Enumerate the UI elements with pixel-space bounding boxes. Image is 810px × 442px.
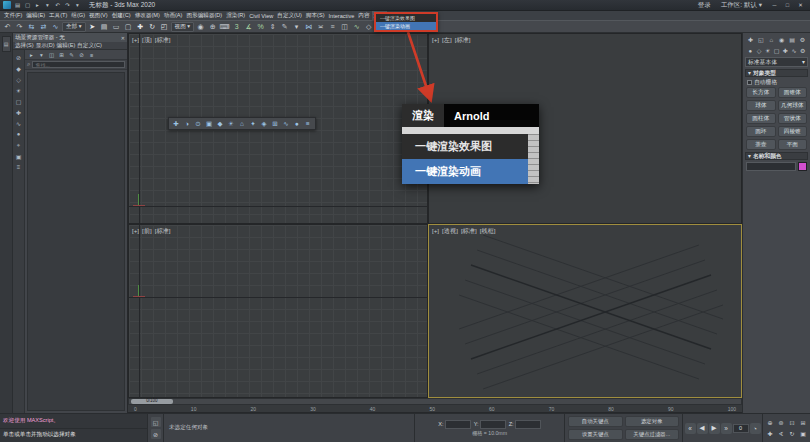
motion-tab-icon[interactable]: ◉: [777, 35, 786, 44]
viewport-label[interactable]: [标准]: [155, 36, 171, 45]
floating-tool-icon[interactable]: ●: [292, 119, 302, 129]
open-file-icon[interactable]: ▸: [33, 1, 42, 10]
floating-tool-icon[interactable]: ◑: [182, 119, 192, 129]
time-slider-track[interactable]: 0/100: [128, 398, 742, 405]
display-bones-icon[interactable]: ⌖: [14, 140, 24, 150]
display-spacewarps-icon[interactable]: ∿: [14, 118, 24, 128]
menu-item[interactable]: 图形编辑器(D): [184, 11, 224, 20]
time-slider-handle[interactable]: 0/100: [131, 399, 173, 404]
time-configuration-icon[interactable]: ◔: [750, 423, 761, 434]
lights-category-icon[interactable]: ☀: [763, 46, 772, 55]
current-frame-input[interactable]: [733, 424, 749, 433]
floating-tool-icon[interactable]: ⊞: [270, 119, 280, 129]
display-helpers-icon[interactable]: ✚: [14, 107, 24, 117]
floating-tool-icon[interactable]: ☀: [226, 119, 236, 129]
isolate-selection-toggle[interactable]: ◱: [151, 417, 161, 427]
set-key-button[interactable]: 设置关键点: [568, 429, 623, 440]
reference-coordinate-dropdown[interactable]: 视图 ▾: [171, 22, 195, 32]
quick-access-dropdown-icon[interactable]: ▾: [73, 1, 82, 10]
primitive-button[interactable]: 球体: [746, 100, 776, 111]
floating-tool-icon[interactable]: ∿: [281, 119, 291, 129]
zoom-all-icon[interactable]: ⊚: [776, 418, 786, 428]
application-menu-icon[interactable]: ▤: [13, 1, 22, 10]
maximize-viewport-icon[interactable]: ▣: [798, 429, 808, 439]
primitive-button[interactable]: 圆锥体: [778, 87, 808, 98]
previous-frame-button[interactable]: ◀: [697, 423, 708, 434]
menu-item[interactable]: 视图(V): [87, 11, 110, 20]
mini-menu-item[interactable]: 一键渲染效果图: [376, 14, 436, 22]
undo-icon[interactable]: ↶: [53, 1, 62, 10]
redo-icon[interactable]: ↷: [63, 1, 72, 10]
named-sets-dropdown[interactable]: ▾: [291, 21, 302, 32]
go-to-end-button[interactable]: »: [721, 423, 732, 434]
display-lights-icon[interactable]: ☀: [14, 85, 24, 95]
primitive-button[interactable]: 管状体: [778, 113, 808, 124]
create-tab-icon[interactable]: ✚: [746, 35, 755, 44]
viewport-label[interactable]: [+]: [132, 227, 139, 236]
explorer-menu-item[interactable]: 显示(D): [36, 42, 55, 50]
zoom-extents-all-icon[interactable]: ⊞: [798, 418, 808, 428]
sign-in-button[interactable]: 登录: [694, 1, 715, 10]
add-container-icon[interactable]: ⊞: [57, 50, 66, 59]
menu-item[interactable]: 组(G): [69, 11, 87, 20]
use-pivot-point-icon[interactable]: ◉: [195, 21, 206, 32]
display-tab-icon[interactable]: ▤: [788, 35, 797, 44]
coordinate-input[interactable]: [445, 420, 471, 429]
cameras-category-icon[interactable]: ▢: [772, 46, 781, 55]
scene-explorer-list[interactable]: [27, 72, 125, 411]
snaps-toggle-icon[interactable]: 3: [231, 21, 242, 32]
curve-editor-icon[interactable]: ∿: [351, 21, 362, 32]
maxscript-mini-listener[interactable]: 欢迎使用 MAXScript。 单击或单击并拖动以选择对象: [0, 414, 148, 442]
select-object-icon[interactable]: ➤: [87, 21, 98, 32]
autogrid-checkbox[interactable]: [747, 80, 752, 85]
systems-category-icon[interactable]: ⚙: [798, 46, 807, 55]
primitive-button[interactable]: 几何球体: [778, 100, 808, 111]
menu-item[interactable]: 创建(C): [110, 11, 133, 20]
floating-tool-icon[interactable]: ▣: [204, 119, 214, 129]
field-of-view-icon[interactable]: ∢: [776, 429, 786, 439]
primitive-category-dropdown[interactable]: 标准基本体 ▾: [745, 57, 808, 67]
menu-item[interactable]: Civil View: [247, 11, 275, 20]
viewport-perspective[interactable]: [+][透视][标准][线框]: [428, 224, 742, 398]
rectangular-selection-icon[interactable]: ▭: [111, 21, 122, 32]
unlink-selection-icon[interactable]: ⇄: [38, 21, 49, 32]
bind-to-space-warp-icon[interactable]: ∿: [50, 21, 61, 32]
callout-menu-item[interactable]: 一键渲染效果图: [402, 134, 528, 159]
menu-item[interactable]: 内容: [356, 11, 371, 20]
viewport-label[interactable]: [标准]: [461, 227, 477, 236]
floating-tool-icon[interactable]: ≡: [303, 119, 313, 129]
viewport-label[interactable]: [顶]: [142, 36, 152, 45]
callout-menu-tab[interactable]: 渲染: [402, 104, 444, 127]
zoom-extents-icon[interactable]: ⊡: [787, 418, 797, 428]
floating-tool-icon[interactable]: ◈: [259, 119, 269, 129]
floating-tool-icon[interactable]: ✚: [171, 119, 181, 129]
rename-icon[interactable]: ✎: [67, 50, 76, 59]
listener-line[interactable]: 单击或单击并拖动以选择对象: [0, 429, 147, 442]
play-button[interactable]: ▶: [709, 423, 720, 434]
menu-item[interactable]: 脚本(S): [304, 11, 327, 20]
menu-item[interactable]: 文件(F): [2, 11, 24, 20]
viewport-label[interactable]: [+]: [432, 227, 439, 236]
viewport-label[interactable]: [+]: [432, 36, 439, 45]
floating-tool-icon[interactable]: ⊙: [193, 119, 203, 129]
expand-all-icon[interactable]: ▸: [27, 50, 36, 59]
mirror-icon[interactable]: ⋈: [303, 21, 314, 32]
select-and-link-icon[interactable]: ⇆: [26, 21, 37, 32]
floating-tool-icon[interactable]: ✦: [248, 119, 258, 129]
display-containers-icon[interactable]: ▣: [14, 151, 24, 161]
toggle-ribbon-icon[interactable]: ◫: [339, 21, 350, 32]
display-none-icon[interactable]: ⊘: [14, 52, 24, 62]
display-shapes-icon[interactable]: ◇: [14, 74, 24, 84]
geometry-category-icon[interactable]: ●: [746, 46, 755, 55]
close-button[interactable]: ✕: [794, 1, 807, 10]
coordinate-input[interactable]: [515, 420, 541, 429]
select-and-manipulate-icon[interactable]: ⊕: [207, 21, 218, 32]
viewport-label[interactable]: [+]: [132, 36, 139, 45]
sort-mode-icon[interactable]: ≡: [14, 162, 24, 172]
explorer-menu-item[interactable]: 编辑(E): [57, 42, 76, 50]
spinner-snap-icon[interactable]: ⇕: [267, 21, 278, 32]
align-icon[interactable]: ≍: [315, 21, 326, 32]
primitive-button[interactable]: 茶壶: [746, 139, 776, 150]
close-icon[interactable]: ✕: [121, 35, 125, 41]
helpers-category-icon[interactable]: ✚: [781, 46, 790, 55]
